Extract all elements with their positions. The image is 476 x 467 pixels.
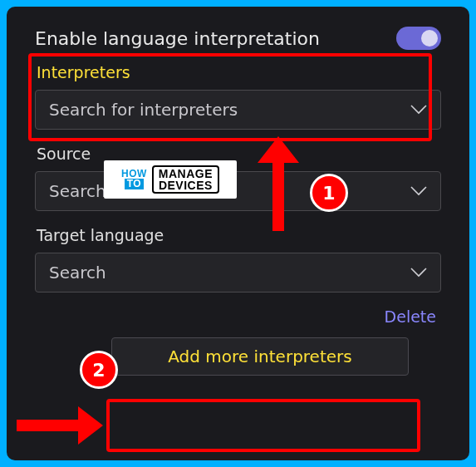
target-language-select[interactable]: Search	[35, 253, 441, 292]
chevron-down-icon	[410, 186, 427, 196]
chevron-down-icon	[410, 105, 427, 115]
chevron-down-icon	[410, 268, 427, 278]
enable-interpretation-toggle[interactable]	[396, 27, 441, 50]
interpreters-label: Interpreters	[37, 63, 441, 81]
source-placeholder: Search	[49, 181, 106, 201]
enable-interpretation-label: Enable language interpretation	[35, 28, 320, 49]
target-language-label: Target language	[37, 226, 441, 244]
source-language-select[interactable]: Search	[35, 171, 441, 211]
interpreters-placeholder: Search for interpreters	[49, 100, 238, 120]
source-language-label: Source	[37, 145, 441, 163]
target-placeholder: Search	[49, 263, 106, 283]
add-more-interpreters-button[interactable]: Add more interpreters	[111, 337, 409, 376]
add-button-label: Add more interpreters	[168, 347, 351, 366]
toggle-knob	[421, 30, 438, 47]
interpreters-select[interactable]: Search for interpreters	[35, 90, 441, 130]
interpretation-settings-panel: Enable language interpretation Interpret…	[7, 7, 469, 460]
delete-link[interactable]: Delete	[35, 307, 436, 326]
